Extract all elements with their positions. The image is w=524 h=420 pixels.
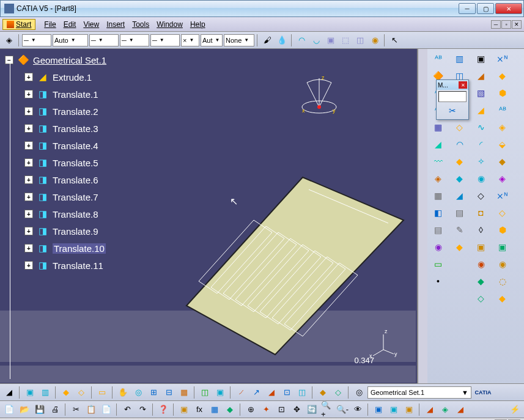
tree-item[interactable]: + ◨ Translate.3 (0, 120, 159, 137)
tool-icon[interactable]: ∿ (474, 120, 489, 134)
collapse-icon[interactable]: − (5, 56, 13, 64)
tool-icon[interactable]: ◢ (431, 137, 446, 152)
tree-item[interactable]: + ◢ Extrude.1 (0, 68, 159, 86)
rotate-icon[interactable]: 🔄 (305, 403, 319, 416)
tool-icon[interactable]: ◢ (265, 386, 278, 399)
3d-viewport[interactable]: − 🔶 Geometrical Set.1 + ◢ Extrude.1 + ◨ … (0, 49, 418, 383)
tool-icon[interactable]: ✎ (452, 223, 467, 237)
tool-icon[interactable]: ⊕ (244, 403, 257, 416)
tool-icon[interactable]: ◆ (474, 274, 489, 289)
tool-icon[interactable]: ◆ (223, 403, 237, 416)
tree-item[interactable]: + ◨ Translate.4 (0, 137, 159, 154)
start-menu-button[interactable]: Start (2, 19, 35, 30)
menu-help[interactable]: Help (186, 18, 209, 31)
tool-icon[interactable]: ▣ (23, 386, 37, 399)
tool-icon[interactable]: • (431, 274, 446, 289)
paste-icon[interactable]: 📄 (100, 403, 113, 416)
tree-item[interactable]: + ◨ Translate.2 (0, 103, 159, 120)
tool-icon[interactable]: ⨯ᴺ (495, 188, 510, 203)
tool-icon[interactable]: ◆ (495, 291, 510, 306)
tool-icon[interactable]: ◢ (454, 403, 467, 416)
zoom-out-icon[interactable]: 🔍- (336, 403, 349, 416)
brush-icon[interactable]: 🖌 (260, 34, 274, 47)
tool-icon[interactable]: ᴬᴮ (495, 103, 510, 117)
tool-icon[interactable]: ▭ (431, 257, 446, 271)
expand-icon[interactable]: + (24, 244, 33, 252)
tool-icon[interactable]: ⨯ᴺ (495, 51, 510, 66)
surface2-icon[interactable]: ◡ (309, 34, 323, 47)
expand-icon[interactable]: + (24, 210, 33, 218)
style2-dropdown[interactable]: ─▼ (120, 34, 149, 46)
zoom-in-icon[interactable]: 🔍+ (320, 403, 334, 416)
tree-item[interactable]: + ◨ Translate.11 (0, 257, 159, 274)
box-icon[interactable]: ▣ (324, 34, 338, 47)
menu-edit[interactable]: Edit (60, 18, 80, 31)
maximize-button[interactable]: ▢ (477, 3, 494, 14)
tool-icon[interactable]: ◘ (474, 205, 489, 220)
tool-icon[interactable]: ▤ (431, 223, 446, 237)
tool-icon[interactable]: ✋ (116, 386, 130, 399)
tool-icon[interactable]: ⊞ (147, 386, 160, 399)
undo-icon[interactable]: ↶ (120, 403, 134, 416)
expand-icon[interactable]: + (24, 193, 33, 201)
tool-icon[interactable]: ◆ (495, 154, 510, 169)
tool-icon[interactable]: ◎ (131, 386, 145, 399)
tool-icon[interactable]: ◇ (75, 386, 88, 399)
floating-input[interactable] (438, 91, 467, 102)
tool-icon[interactable]: ◇ (331, 386, 345, 399)
tool-icon[interactable]: ◢ (474, 103, 489, 117)
tool-icon[interactable]: ▦ (208, 403, 221, 416)
tree-item[interactable]: + ◨ Translate.7 (0, 188, 159, 205)
tool-icon[interactable]: ▣ (474, 240, 489, 254)
arrow-icon[interactable]: ↖ (388, 34, 401, 47)
aut-dropdown[interactable]: Aut▼ (201, 34, 223, 46)
tool-icon[interactable]: ◊ (474, 223, 489, 237)
tool-icon[interactable]: ▥ (452, 51, 467, 66)
tool-icon[interactable]: 〰 (431, 154, 446, 169)
tool-icon[interactable]: ▣ (372, 403, 385, 416)
tool-icon[interactable]: ◈ (438, 403, 452, 416)
menu-window[interactable]: Window (153, 18, 186, 31)
tool-icon[interactable]: ◢ (474, 68, 489, 83)
tool-icon[interactable]: ⟋ (234, 386, 248, 399)
close-button[interactable]: ✕ (495, 3, 522, 14)
tool-icon[interactable]: ◇ (474, 291, 489, 306)
tool-icon[interactable]: ⊟ (162, 386, 175, 399)
menu-tools[interactable]: Tools (128, 18, 153, 31)
mdi-close-button[interactable]: ✕ (512, 20, 522, 29)
none-dropdown[interactable]: None▼ (224, 34, 254, 46)
tree-item[interactable]: + ◨ Translate.6 (0, 171, 159, 188)
tool-icon[interactable]: ↗ (249, 386, 263, 399)
compass-icon[interactable]: x y z (295, 73, 344, 116)
tool-icon[interactable]: ⬙ (495, 137, 510, 152)
expand-icon[interactable]: + (24, 141, 33, 150)
tool-icon[interactable]: ⬢ (495, 86, 510, 100)
point-dropdown[interactable]: ×▼ (181, 34, 199, 46)
view-icon[interactable]: 👁 (351, 403, 364, 416)
minimize-button[interactable]: ─ (459, 3, 476, 14)
tree-item[interactable]: + ◨ Translate.10 (0, 240, 159, 257)
help-icon[interactable]: ❓ (157, 403, 170, 416)
tool-icon[interactable]: ▥ (39, 386, 52, 399)
copy-icon[interactable]: 📋 (84, 403, 98, 416)
tool-icon[interactable]: ◫ (295, 386, 309, 399)
tool-icon[interactable]: ▭ (95, 386, 109, 399)
menu-file[interactable]: File (40, 18, 59, 31)
grid-icon[interactable]: ▦ (177, 386, 191, 399)
print-icon[interactable]: 🖨 (48, 403, 62, 416)
expand-icon[interactable]: + (24, 73, 33, 81)
surface-icon[interactable]: ◠ (295, 34, 308, 47)
tool-icon[interactable]: ▧ (474, 86, 489, 100)
tool-icon[interactable]: ⬢ (495, 223, 510, 237)
tool-icon[interactable]: ▣ (495, 240, 510, 254)
tool-icon[interactable]: ◧ (431, 205, 446, 220)
toolbar-icon[interactable]: ◈ (2, 34, 16, 47)
auto-dropdown[interactable]: Auto▼ (53, 34, 88, 46)
tree-item[interactable]: + ◨ Translate.1 (0, 86, 159, 103)
redo-icon[interactable]: ↷ (136, 403, 149, 416)
tool-icon[interactable]: ⊡ (280, 386, 293, 399)
tool-icon[interactable]: ▣ (402, 403, 416, 416)
menu-view[interactable]: View (79, 18, 103, 31)
tool-icon[interactable]: ◈ (431, 171, 446, 186)
tool-icon[interactable]: ◇ (495, 205, 510, 220)
